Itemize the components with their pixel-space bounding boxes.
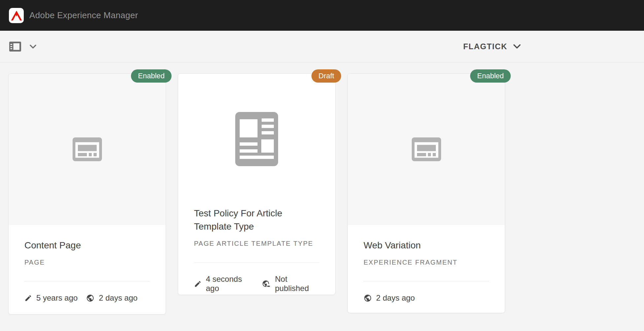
webpage-icon [73,137,102,161]
card-info: Content Page PAGE 5 years ago 2 days ago [9,225,166,303]
last-published-meta: 2 days ago [364,293,415,303]
webpage-icon [412,137,441,161]
globe-published-icon [364,294,372,302]
chevron-down-icon [513,44,521,49]
template-card-content-page[interactable]: Enabled Content Page PAGE 5 years ago [8,73,166,314]
publish-status-meta: Not published [262,275,320,293]
adobe-a-icon [11,11,22,20]
globe-published-icon [86,294,94,302]
status-badge: Draft [311,69,341,83]
card-type-label: PAGE [24,259,150,266]
globe-not-published-icon [262,280,271,288]
edit-pencil-icon [24,294,32,302]
card-meta-row: 4 seconds ago Not published [194,275,319,293]
adobe-logo[interactable] [9,8,24,23]
card-divider [24,281,150,281]
card-meta-row: 2 days ago [364,293,489,303]
meta-text: 2 days ago [376,293,415,303]
edit-pencil-icon [194,280,202,288]
card-thumbnail [178,74,335,204]
project-label: FLAGTICK [463,42,507,51]
meta-text: 5 years ago [36,293,78,303]
app-title: Adobe Experience Manager [29,10,138,20]
card-title: Web Variation [364,239,489,252]
last-published-meta: 2 days ago [86,293,137,303]
card-title: Test Policy For Article Template Type [194,207,319,233]
content-rail-icon [9,42,21,52]
card-divider [194,262,319,263]
last-edited-meta: 5 years ago [24,293,78,303]
toolbar: FLAGTICK [0,31,644,62]
template-card-test-policy[interactable]: Draft Test Policy For Article Template T… [178,73,336,295]
content-rail-toggle[interactable] [9,42,36,52]
card-title: Content Page [24,239,150,252]
card-divider [364,281,489,281]
template-card-grid: Enabled Content Page PAGE 5 years ago [0,62,644,314]
meta-text: 4 seconds ago [206,275,253,293]
card-info: Web Variation EXPERIENCE FRAGMENT 2 days… [348,225,505,303]
meta-text: 2 days ago [99,293,137,303]
top-app-bar: Adobe Experience Manager [0,0,644,31]
card-type-label: EXPERIENCE FRAGMENT [364,259,489,266]
card-thumbnail [9,74,166,225]
last-edited-meta: 4 seconds ago [194,275,253,293]
project-selector[interactable]: FLAGTICK [463,31,521,62]
card-type-label: PAGE ARTICLE TEMPLATE TYPE [194,240,319,247]
article-icon [235,112,278,166]
card-info: Test Policy For Article Template Type PA… [178,204,335,293]
card-thumbnail [348,74,505,225]
status-badge: Enabled [470,69,511,83]
chevron-down-icon [30,45,36,49]
status-badge: Enabled [131,69,172,83]
meta-text: Not published [275,275,320,293]
template-card-web-variation[interactable]: Enabled Web Variation EXPERIENCE FRAGMEN… [347,73,505,313]
card-meta-row: 5 years ago 2 days ago [24,293,150,303]
